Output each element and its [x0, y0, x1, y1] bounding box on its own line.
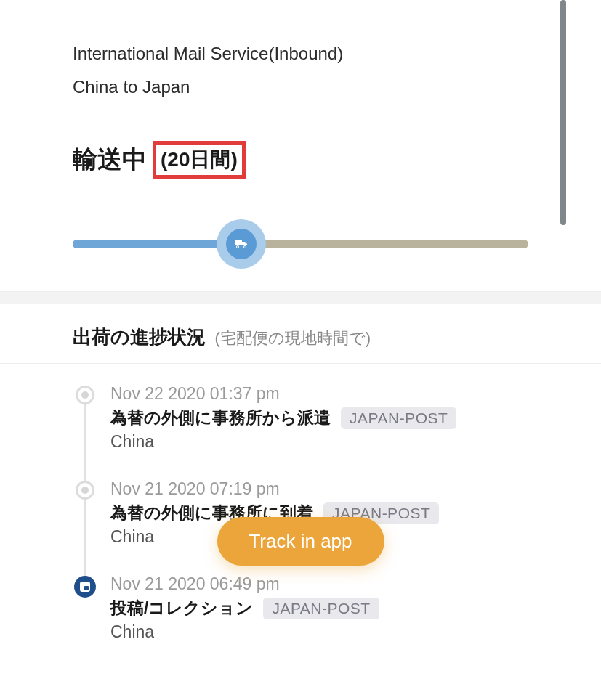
route: China to Japan — [73, 77, 528, 97]
svg-point-3 — [244, 246, 246, 248]
section-divider — [0, 291, 601, 304]
timeline-event: Nov 21 2020 06:49 pm 投稿/コレクション JAPAN-POS… — [73, 574, 528, 642]
timeline-origin-dot — [74, 576, 96, 598]
event-desc-row: 為替の外側に事務所から派遣 JAPAN-POST — [110, 407, 528, 429]
track-in-app-button[interactable]: Track in app — [217, 517, 384, 566]
progress-node — [217, 219, 266, 269]
duration-text: (20日間) — [161, 148, 238, 171]
svg-point-2 — [237, 246, 238, 248]
timeline-dot-inner — [81, 391, 89, 399]
progress-subtitle: (宅配便の現地時間で) — [214, 329, 371, 347]
event-date: Nov 21 2020 06:49 pm — [110, 574, 528, 594]
event-description: 為替の外側に事務所から派遣 — [110, 407, 331, 429]
timeline-event: Nov 22 2020 01:37 pm 為替の外側に事務所から派遣 JAPAN… — [73, 384, 528, 479]
event-description: 投稿/コレクション — [110, 597, 253, 619]
timeline-dot-inner — [81, 487, 89, 494]
progress-bar — [73, 219, 528, 269]
carrier-badge: JAPAN-POST — [263, 598, 379, 619]
service-name: International Mail Service(Inbound) — [73, 44, 528, 64]
event-location: China — [110, 432, 528, 452]
status-label: 輸送中 — [73, 143, 147, 176]
progress-node-inner — [226, 229, 257, 259]
carrier-badge: JAPAN-POST — [341, 407, 456, 429]
timeline-connector — [84, 394, 86, 479]
timeline-dot-inner — [80, 582, 90, 592]
timeline-dot — [76, 386, 94, 404]
progress-section-header: 出荷の進捗状況 (宅配便の現地時間で) — [0, 304, 601, 363]
event-location: China — [110, 622, 528, 642]
timeline-dot — [76, 481, 94, 500]
shipment-summary: International Mail Service(Inbound) Chin… — [0, 0, 601, 291]
scrollbar[interactable] — [560, 0, 566, 225]
duration-highlight: (20日間) — [153, 141, 246, 179]
truck-icon — [233, 235, 250, 253]
status-line: 輸送中 (20日間) — [73, 141, 528, 179]
event-date: Nov 21 2020 07:19 pm — [110, 479, 528, 499]
event-desc-row: 投稿/コレクション JAPAN-POST — [110, 597, 528, 619]
event-date: Nov 22 2020 01:37 pm — [110, 384, 528, 404]
progress-title: 出荷の進捗状況 — [73, 326, 206, 348]
